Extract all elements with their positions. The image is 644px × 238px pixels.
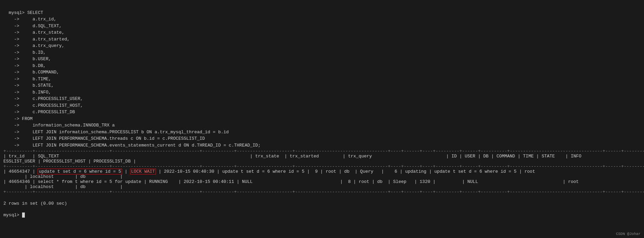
table-header: | trx_id | SQL_TEXT | trx_state | trx_st…	[3, 154, 641, 164]
table-divider-top: +----------+----------------------------…	[3, 149, 641, 154]
select-keyword: SELECT	[27, 10, 43, 15]
result-summary: 2 rows in set (0.00 sec)	[3, 196, 641, 206]
lock-wait-status: LOCK WAIT	[130, 169, 156, 174]
sql-text-row1: update t set d = 6 where id = 5	[38, 169, 122, 174]
sql-text-row2: select * from t where id = 5 for update	[38, 179, 141, 184]
watermark: CSDN @Johar	[616, 232, 641, 236]
table-row-2: | 46654346 | select * from t where id = …	[3, 179, 641, 189]
table-divider-bottom: +----------+----------------------------…	[3, 189, 641, 194]
final-mysql-prompt: mysql>	[3, 213, 22, 218]
final-prompt-line: mysql>	[3, 207, 641, 218]
table-row-1: | 46654347 | update t set d = 6 where id…	[3, 169, 641, 179]
table-divider-mid: +----------+----------------------------…	[3, 164, 641, 169]
cursor	[22, 213, 25, 218]
rows-summary: 2 rows in set (0.00 sec)	[3, 201, 67, 206]
mysql-prompt: mysql>	[9, 10, 28, 15]
terminal-window: mysql> SELECT -> a.trx_id, -> d.SQL_TEXT…	[3, 3, 641, 149]
